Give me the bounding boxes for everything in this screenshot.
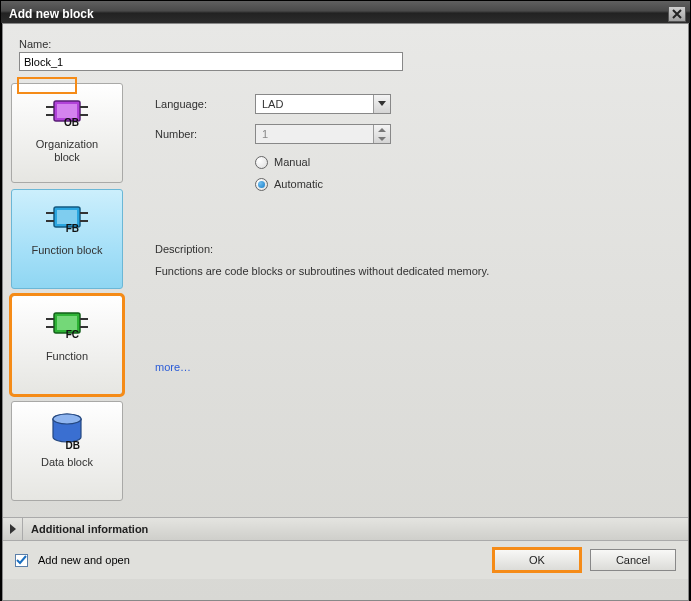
dialog-title: Add new block — [9, 7, 94, 21]
expand-button[interactable] — [3, 518, 23, 540]
block-card-fc[interactable]: FC Function — [11, 295, 123, 395]
right-pane: Language: LAD Number: 1 — [129, 83, 680, 517]
add-open-label: Add new and open — [38, 554, 130, 566]
ob-icon: OB — [44, 92, 90, 134]
svg-text:DB: DB — [66, 440, 80, 451]
chevron-right-icon — [9, 524, 17, 534]
block-card-fb[interactable]: FB Function block — [11, 189, 123, 289]
radio-manual[interactable] — [255, 156, 268, 169]
additional-info-bar: Additional information — [3, 517, 688, 541]
close-button[interactable] — [668, 6, 686, 22]
language-value: LAD — [256, 98, 373, 110]
footer: Add new and open OK Cancel — [3, 541, 688, 579]
spinner-arrows-icon — [373, 125, 390, 143]
db-icon: DB — [44, 410, 90, 452]
automatic-label: Automatic — [274, 178, 323, 190]
fb-label: Function block — [28, 244, 107, 257]
db-label: Data block — [37, 456, 97, 469]
checkmark-icon — [16, 555, 27, 566]
titlebar: Add new block — [1, 1, 690, 23]
description-label: Description: — [155, 243, 672, 255]
block-card-db[interactable]: DB Data block — [11, 401, 123, 501]
additional-info-label: Additional information — [23, 523, 148, 535]
svg-text:FB: FB — [66, 223, 79, 234]
radio-automatic[interactable] — [255, 178, 268, 191]
cancel-button[interactable]: Cancel — [590, 549, 676, 571]
name-label: Name: — [19, 38, 51, 50]
close-icon — [672, 9, 682, 19]
chevron-down-icon — [373, 95, 390, 113]
svg-text:OB: OB — [64, 117, 79, 128]
dialog-window: Add new block Name: — [0, 0, 691, 601]
ok-button[interactable]: OK — [494, 549, 580, 571]
description-text: Functions are code blocks or subroutines… — [155, 265, 672, 277]
svg-rect-15 — [57, 316, 77, 330]
block-type-list: OB Organization block — [11, 83, 129, 517]
dialog-body: Name: OB — [2, 23, 689, 601]
number-label: Number: — [155, 128, 255, 140]
name-input[interactable] — [19, 52, 403, 71]
fc-icon: FC — [44, 304, 90, 346]
svg-text:FC: FC — [66, 329, 79, 340]
name-row: Name: — [3, 24, 688, 77]
block-card-ob[interactable]: OB Organization block — [11, 83, 123, 183]
fc-label: Function — [42, 350, 92, 363]
more-link[interactable]: more… — [155, 361, 191, 373]
ob-label: Organization block — [32, 138, 102, 164]
language-label: Language: — [155, 98, 255, 110]
svg-rect-1 — [57, 104, 77, 118]
svg-rect-8 — [57, 210, 77, 224]
add-open-checkbox[interactable] — [15, 554, 28, 567]
number-spinner[interactable]: 1 — [255, 124, 391, 144]
language-combo[interactable]: LAD — [255, 94, 391, 114]
manual-label: Manual — [274, 156, 310, 168]
svg-point-22 — [53, 414, 81, 424]
fb-icon: FB — [44, 198, 90, 240]
number-value: 1 — [256, 128, 373, 140]
